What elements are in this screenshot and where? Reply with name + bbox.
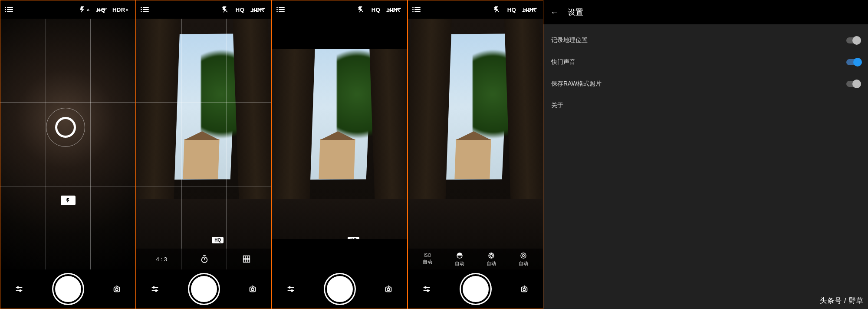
hdr-off-button[interactable]: HDR [248, 7, 268, 13]
hq-button[interactable]: HQ [232, 7, 248, 13]
back-arrow-icon[interactable]: ← [550, 7, 559, 17]
svg-point-40 [424, 287, 426, 289]
grid-line [0, 186, 135, 186]
grid-line [136, 102, 271, 103]
viewfinder[interactable]: ISO 自动 自动 自动 自动 [408, 19, 543, 269]
grid-line [90, 19, 91, 269]
camera-panel-3: HQ HDR HQ 1 : 1 [272, 0, 408, 309]
menu-icon[interactable] [140, 7, 152, 12]
svg-point-32 [291, 290, 293, 292]
sliders-icon[interactable] [418, 281, 435, 297]
focus-button[interactable]: 自动 [519, 252, 528, 267]
hq-button[interactable]: HQ [504, 7, 520, 13]
svg-point-17 [155, 290, 157, 292]
viewfinder[interactable] [0, 19, 135, 269]
midrow: 4 : 3 [136, 249, 271, 269]
setting-label: 保存RAW格式照片 [551, 80, 602, 88]
settings-panel: ← 设置 记录地理位置 快门声音 保存RAW格式照片 关于 [543, 0, 868, 309]
flash-off-icon[interactable] [217, 6, 232, 13]
camera-panel-1: A HQ HDRA [0, 0, 136, 309]
flash-off-icon[interactable] [353, 6, 368, 13]
sliders-icon[interactable] [11, 281, 27, 297]
iso-button[interactable]: ISO 自动 [423, 253, 432, 265]
svg-point-42 [427, 290, 429, 292]
svg-point-15 [153, 287, 155, 289]
hq-button[interactable]: HQ [368, 7, 384, 13]
sliders-icon[interactable] [283, 281, 299, 297]
settings-header: ← 设置 [543, 0, 868, 24]
svg-rect-9 [243, 256, 250, 262]
setting-geolocation[interactable]: 记录地理位置 [543, 30, 868, 51]
bottombar [136, 269, 271, 309]
topbar: A HQ HDRA [0, 0, 135, 19]
flash-off-icon[interactable] [489, 6, 504, 13]
topbar: HQ HDR [408, 0, 543, 19]
setting-label: 关于 [551, 102, 563, 110]
switch-camera-icon[interactable] [244, 281, 261, 297]
sliders-icon[interactable] [147, 281, 163, 297]
aspect-ratio-button[interactable]: 4 : 3 [156, 256, 167, 262]
shutter-button[interactable] [53, 274, 83, 304]
camera-panel-4: HQ HDR ISO 自动 自动 自动 自动 [408, 0, 543, 309]
viewfinder[interactable]: HQ 1 : 1 [272, 19, 407, 269]
svg-point-1 [17, 287, 19, 289]
switch-camera-icon[interactable] [108, 281, 125, 297]
grid-line [181, 19, 182, 269]
topbar: HQ HDR [136, 0, 271, 19]
toggle-on[interactable] [846, 59, 860, 65]
setting-label: 记录地理位置 [551, 37, 588, 44]
grid-line [0, 102, 135, 103]
bottombar [272, 269, 407, 309]
focus-ring[interactable] [46, 108, 85, 147]
menu-icon[interactable] [411, 7, 424, 12]
switch-camera-icon[interactable] [380, 281, 397, 297]
hq-badge: HQ [212, 237, 224, 243]
menu-icon[interactable] [276, 7, 288, 12]
setting-shutter-sound[interactable]: 快门声音 [543, 51, 868, 73]
pro-row: ISO 自动 自动 自动 自动 [408, 249, 543, 269]
timer-icon[interactable] [200, 254, 209, 264]
hdr-off-button[interactable]: HDR [384, 7, 404, 13]
shutter-button[interactable] [189, 274, 219, 304]
shutter-button[interactable] [461, 274, 490, 304]
grid-line [136, 186, 271, 186]
setting-save-raw[interactable]: 保存RAW格式照片 [543, 73, 868, 95]
topbar: HQ HDR [272, 0, 407, 19]
aperture-button[interactable]: 自动 [487, 252, 496, 267]
bottombar [0, 269, 135, 309]
setting-about[interactable]: 关于 [543, 95, 868, 116]
flash-auto-icon[interactable]: A [75, 6, 93, 13]
settings-title: 设置 [568, 7, 583, 17]
hdr-off-button[interactable]: HDR [519, 7, 539, 13]
svg-point-38 [521, 253, 526, 258]
setting-label: 快门声音 [551, 58, 575, 66]
watermark: 头条号 / 野草 [820, 296, 864, 306]
hdr-auto-button[interactable]: HDRA [109, 7, 132, 13]
camera-panel-2: HQ HDR HQ 4 : 3 [136, 0, 272, 309]
bottombar [408, 269, 543, 309]
toggle-off[interactable] [846, 37, 860, 43]
menu-icon[interactable] [4, 7, 16, 12]
grid-line [226, 19, 227, 269]
hq-off-button[interactable]: HQ [93, 7, 109, 13]
toggle-off[interactable] [846, 81, 860, 87]
flash-badge [61, 196, 76, 205]
svg-point-30 [289, 287, 290, 289]
shutter-button[interactable] [325, 274, 355, 304]
exposure-button[interactable]: 自动 [455, 252, 464, 267]
grid-toggle-icon[interactable] [242, 254, 251, 264]
svg-point-37 [523, 254, 525, 256]
svg-point-3 [20, 290, 21, 292]
svg-point-36 [489, 253, 494, 258]
grid-line [46, 19, 46, 269]
switch-camera-icon[interactable] [516, 281, 533, 297]
viewfinder[interactable]: HQ 4 : 3 [136, 19, 271, 269]
settings-list: 记录地理位置 快门声音 保存RAW格式照片 关于 [543, 24, 868, 122]
